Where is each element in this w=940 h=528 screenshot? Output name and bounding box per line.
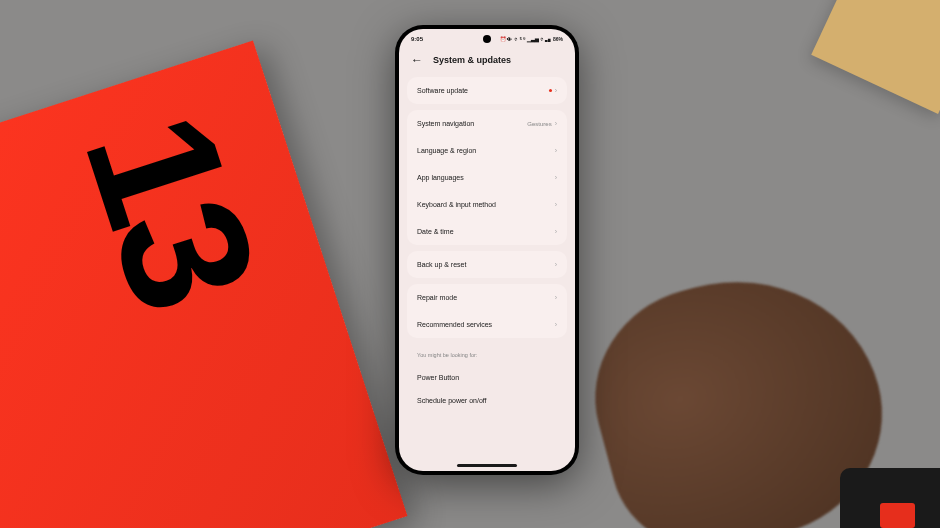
row-label: App languages xyxy=(417,174,464,181)
page-title: System & updates xyxy=(433,55,511,65)
row-label: System navigation xyxy=(417,120,474,127)
corner-object xyxy=(811,0,940,114)
back-icon[interactable]: ← xyxy=(411,53,423,67)
chevron-right-icon: › xyxy=(555,147,557,154)
product-box: 13 xyxy=(0,40,407,528)
hint-schedule-power[interactable]: Schedule power on/off xyxy=(417,389,557,412)
notification-dot-icon xyxy=(549,89,552,92)
box-number: 13 xyxy=(44,90,297,325)
chevron-right-icon: › xyxy=(555,294,557,301)
row-label: Keyboard & input method xyxy=(417,201,496,208)
status-battery: 86% xyxy=(553,36,563,42)
row-label: Back up & reset xyxy=(417,261,466,268)
row-value: Gestures xyxy=(527,121,551,127)
settings-card: Repair mode › Recommended services › xyxy=(407,284,567,338)
row-system-navigation[interactable]: System navigation Gestures › xyxy=(407,110,567,137)
settings-card: Back up & reset › xyxy=(407,251,567,278)
settings-card: Software update › xyxy=(407,77,567,104)
row-label: Language & region xyxy=(417,147,476,154)
row-label: Repair mode xyxy=(417,294,457,301)
chevron-right-icon: › xyxy=(555,201,557,208)
row-language-region[interactable]: Language & region › xyxy=(407,137,567,164)
hint-section: You might be looking for: Power Button S… xyxy=(407,344,567,412)
chevron-right-icon: › xyxy=(555,120,557,127)
row-label: Software update xyxy=(417,87,468,94)
phone-frame: 9:05 ⏰ ✈ ᯤ ⁵ᴳ ▁▃▅ ᯤ▃▅ 86% ← System & upd… xyxy=(395,25,579,475)
row-label: Recommended services xyxy=(417,321,492,328)
settings-card: System navigation Gestures › Language & … xyxy=(407,110,567,245)
phone-screen: 9:05 ⏰ ✈ ᯤ ⁵ᴳ ▁▃▅ ᯤ▃▅ 86% ← System & upd… xyxy=(399,29,575,471)
youtube-badge xyxy=(840,468,940,528)
row-repair-mode[interactable]: Repair mode › xyxy=(407,284,567,311)
chevron-right-icon: › xyxy=(555,228,557,235)
hint-power-button[interactable]: Power Button xyxy=(417,366,557,389)
chevron-right-icon: › xyxy=(555,87,557,94)
hint-label: You might be looking for: xyxy=(417,352,557,358)
row-recommended-services[interactable]: Recommended services › xyxy=(407,311,567,338)
status-icons: ⏰ ✈ ᯤ ⁵ᴳ ▁▃▅ ᯤ▃▅ xyxy=(500,36,551,42)
status-time: 9:05 xyxy=(411,36,423,42)
row-date-time[interactable]: Date & time › xyxy=(407,218,567,245)
chevron-right-icon: › xyxy=(555,321,557,328)
row-backup-reset[interactable]: Back up & reset › xyxy=(407,251,567,278)
gesture-bar[interactable] xyxy=(457,464,517,467)
row-keyboard-input[interactable]: Keyboard & input method › xyxy=(407,191,567,218)
page-header: ← System & updates xyxy=(399,47,575,77)
row-app-languages[interactable]: App languages › xyxy=(407,164,567,191)
row-software-update[interactable]: Software update › xyxy=(407,77,567,104)
camera-notch xyxy=(483,35,491,43)
row-label: Date & time xyxy=(417,228,454,235)
chevron-right-icon: › xyxy=(555,261,557,268)
chevron-right-icon: › xyxy=(555,174,557,181)
settings-list: Software update › System navigation Gest… xyxy=(399,77,575,412)
